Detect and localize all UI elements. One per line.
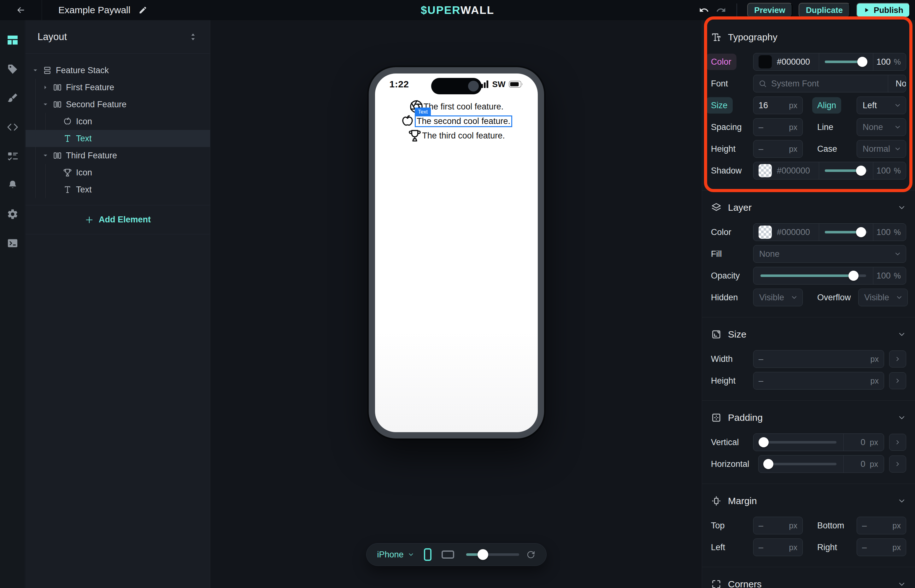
line-dropdown[interactable]: None [857,118,906,136]
width-input[interactable]: – px [753,350,884,368]
horizontal-padding-expand-button[interactable] [889,456,906,473]
color-label[interactable]: Color [706,53,736,70]
vertical-padding-expand-button[interactable] [889,434,906,451]
color-swatch[interactable] [758,55,772,68]
caret-down-icon[interactable] [41,100,50,108]
selection-outline[interactable]: Text The second cool feature. [415,115,512,127]
horizontal-padding-slider[interactable] [758,456,843,473]
vertical-padding-slider[interactable] [754,434,843,451]
caret-down-icon[interactable] [31,66,39,74]
tree-item-text-selected[interactable]: Text [26,130,210,147]
fill-dropdown[interactable]: None [753,245,906,263]
hidden-dropdown[interactable]: Visible [753,289,803,306]
sort-icon[interactable] [188,32,198,42]
margin-bottom-input[interactable]: – px [857,517,906,535]
slider-thumb[interactable] [856,166,866,176]
landscape-orientation-icon[interactable] [442,551,454,559]
tag-icon[interactable] [5,62,20,76]
color-hex-value: #000000 [777,57,810,67]
zoom-slider-thumb[interactable] [478,549,488,560]
tree-item-third-feature[interactable]: Third Feature [26,147,210,164]
tree-item-feature-stack[interactable]: Feature Stack [26,62,210,79]
color-opacity-slider[interactable] [819,53,873,70]
layer-percent-field[interactable]: 100 % [873,224,906,241]
layer-color-hex-field[interactable]: #000000 [754,224,819,241]
align-label[interactable]: Align [812,97,841,113]
height-expand-button[interactable] [889,372,906,389]
horizontal-padding-value-field[interactable]: 0 px [843,456,884,473]
device-selector[interactable]: iPhone [377,550,415,560]
font-search-field[interactable] [754,75,888,92]
color-hex-field[interactable]: #000000 [754,53,819,70]
color-percent-field[interactable]: 100 % [873,53,906,70]
shadow-opacity-slider[interactable] [819,162,873,179]
margin-right-input[interactable]: – px [857,538,906,556]
collapse-chevron-icon[interactable] [897,580,906,588]
height-input[interactable]: – px [753,372,884,389]
redo-icon[interactable] [716,5,726,15]
slider-thumb[interactable] [857,57,867,67]
tree-item-first-feature[interactable]: First Feature [26,79,210,96]
zoom-slider[interactable] [466,553,519,556]
bell-icon[interactable] [5,178,20,192]
size-label[interactable]: Size [706,97,733,113]
add-element-button[interactable]: Add Element [26,205,210,234]
feature-text: The third cool feature. [422,131,505,141]
layer-color-swatch[interactable] [758,226,772,239]
overflow-dropdown[interactable]: Visible [858,289,908,306]
layer-color-slider[interactable] [819,224,873,241]
vertical-padding-value-field[interactable]: 0 px [843,434,884,451]
font-size-input[interactable]: 16 px [753,97,803,114]
collapse-chevron-icon[interactable] [897,330,906,339]
undo-icon[interactable] [699,5,709,15]
tree-item-icon[interactable]: Icon [26,113,210,130]
font-search-input[interactable] [771,79,883,89]
terminal-icon[interactable] [5,236,20,250]
edit-title-icon[interactable] [139,6,147,15]
opacity-slider[interactable] [754,267,873,284]
slider-thumb[interactable] [856,227,866,237]
publish-button[interactable]: Publish [856,3,910,17]
tree-item-text[interactable]: Text [26,181,210,198]
margin-left-input[interactable]: – px [753,538,803,556]
gear-icon[interactable] [5,207,20,221]
width-expand-button[interactable] [889,351,906,367]
slider-thumb[interactable] [849,271,859,281]
refresh-icon[interactable] [526,550,536,559]
opacity-group: 100 % [753,267,906,284]
caret-right-icon[interactable] [41,83,50,92]
shadow-hex-field[interactable]: #000000 [754,162,819,179]
phone-screen[interactable]: 1:22 SW The first cool feature. Text [375,73,538,432]
align-dropdown[interactable]: Left [857,97,906,114]
checklist-icon[interactable] [5,149,20,163]
feature-row-selected[interactable]: Text The second cool feature. [400,114,512,128]
tree-item-second-feature[interactable]: Second Feature [26,96,210,113]
letter-spacing-input[interactable]: – px [753,118,803,136]
shadow-color-swatch[interactable] [758,164,772,177]
layout-tab-icon[interactable] [5,33,20,47]
slider-thumb[interactable] [763,459,773,469]
collapse-chevron-icon[interactable] [897,496,906,506]
selection-tag: Text [415,108,431,116]
opacity-percent-field[interactable]: 100 % [873,267,906,284]
margin-top-input[interactable]: – px [753,517,803,535]
brush-icon[interactable] [5,91,20,105]
font-weight-dropdown[interactable]: Normal [888,75,906,92]
slider-thumb[interactable] [758,437,769,447]
back-button[interactable] [0,0,42,20]
overflow-label: Overflow [817,293,858,302]
collapse-chevron-icon[interactable] [897,203,906,212]
code-icon[interactable] [5,120,20,134]
shadow-percent-field[interactable]: 100 % [873,162,906,179]
portrait-orientation-icon[interactable] [424,548,431,561]
case-dropdown[interactable]: Normal [857,140,906,158]
caret-down-icon[interactable] [41,152,50,160]
line-height-input[interactable]: – px [753,140,803,158]
color-control-group: #000000 100 % [753,53,906,71]
columns-icon [52,99,63,110]
duplicate-button[interactable]: Duplicate [799,3,850,17]
feature-row[interactable]: The third cool feature. [408,128,505,143]
tree-item-icon[interactable]: Icon [26,164,210,181]
preview-button[interactable]: Preview [747,3,792,17]
collapse-chevron-icon[interactable] [897,413,906,422]
